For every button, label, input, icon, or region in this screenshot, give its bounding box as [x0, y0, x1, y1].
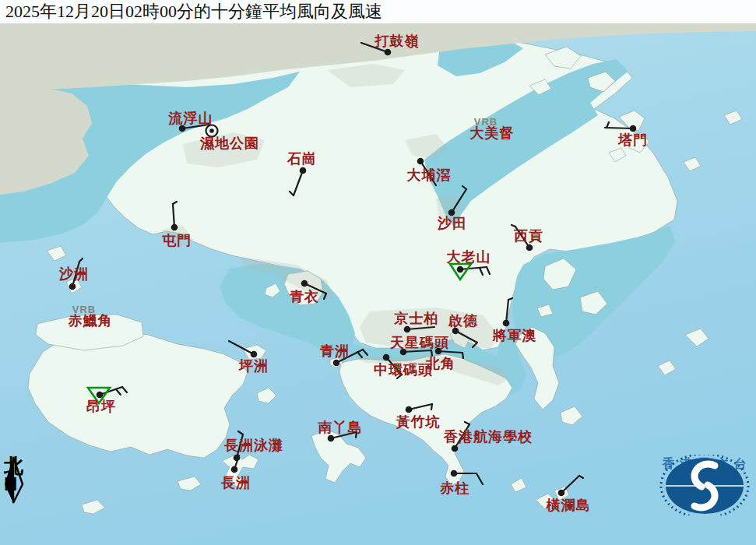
- wind-barb-north-point: [435, 348, 463, 358]
- wind-barb-tuen-mun: [171, 202, 178, 230]
- hko-logo-icon: [652, 455, 756, 515]
- wind-barb-kings-park: [404, 326, 434, 333]
- wind-barb-sha-chau: [69, 258, 83, 290]
- wind-barb-green-island: [333, 350, 367, 366]
- wind-barb-stanley: [451, 470, 483, 484]
- wind-barb-tates-cairn: [450, 264, 490, 280]
- wind-barb-tap-mun: [605, 122, 636, 132]
- title-bar: 2025年12月20日02時00分的十分鐘平均風向及風速: [0, 0, 756, 23]
- wind-barb-peng-chau: [229, 341, 257, 357]
- page-title: 2025年12月20日02時00分的十分鐘平均風向及風速: [0, 0, 382, 23]
- wind-barb-ta-kwu-ling: [361, 43, 391, 55]
- wind-barb-sha-tin: [448, 186, 466, 216]
- wind-barbs-layer: [0, 0, 756, 545]
- wind-barb-tseung-kwan-o: [503, 298, 512, 326]
- wind-barb-wetland-park: [206, 125, 218, 137]
- hko-logo: 香港天文台 HONG KONG OBSERVATORY: [652, 455, 756, 490]
- wind-barb-wong-chuk-hang: [406, 404, 432, 413]
- wind-barb-tai-po-kau: [417, 158, 436, 185]
- wind-map-page: 打鼓嶺流浮山濕地公園石崗大埔滘大美督VRB塔門屯門沙田西貢沙洲赤鱲角VRB青衣青…: [0, 0, 756, 545]
- wind-barb-ngong-ping: [88, 387, 127, 403]
- wind-barb-star-ferry-pier: [400, 349, 432, 356]
- wind-barb-waglan-island: [558, 476, 583, 496]
- wind-barb-lamma-island: [328, 432, 357, 441]
- wind-barb-central-pier: [383, 354, 402, 378]
- wind-barb-lau-fau-shan: [179, 125, 209, 132]
- wind-barb-shek-kong: [290, 167, 306, 195]
- north-compass: 北 N: [2, 456, 33, 493]
- north-arrow-icon: [2, 456, 30, 506]
- wind-barb-sea-school: [452, 422, 469, 452]
- wind-barb-tsing-yi: [301, 280, 326, 299]
- wind-barb-kai-tak: [452, 328, 477, 347]
- wind-barb-sai-kung: [512, 225, 533, 251]
